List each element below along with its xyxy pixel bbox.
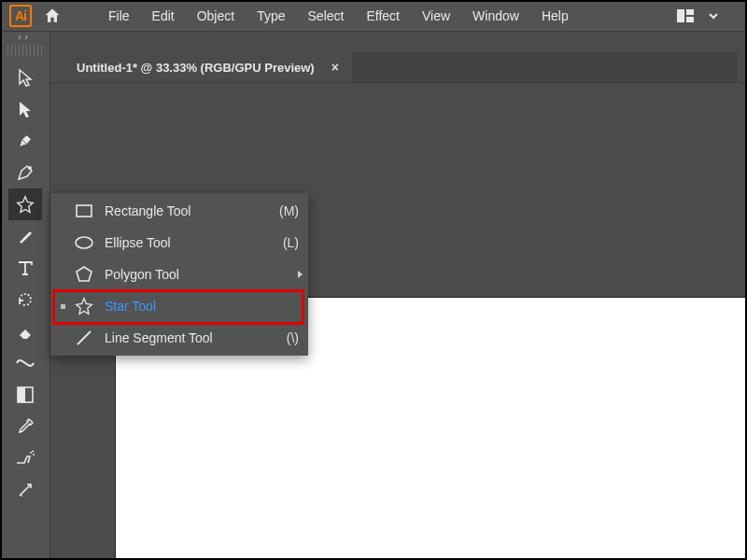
- svg-rect-9: [77, 205, 92, 217]
- flyout-item-line[interactable]: Line Segment Tool (\): [50, 322, 308, 354]
- workspace-icon: [677, 9, 694, 22]
- tools-expand[interactable]: ››: [0, 32, 49, 45]
- ellipse-icon: [74, 235, 94, 250]
- svg-marker-11: [77, 267, 92, 281]
- eraser-tool[interactable]: [8, 315, 42, 347]
- home-icon: [43, 7, 62, 25]
- menu-select[interactable]: Select: [297, 1, 356, 31]
- svg-rect-5: [18, 387, 25, 402]
- chevron-down-icon: [708, 10, 719, 21]
- curvature-tool[interactable]: [8, 157, 42, 189]
- svg-line-12: [78, 331, 91, 344]
- star-icon: [75, 297, 93, 315]
- polygon-icon: [75, 265, 93, 284]
- active-indicator: [61, 304, 65, 309]
- svg-point-6: [30, 452, 32, 454]
- menu-items: File Edit Object Type Select Effect View…: [97, 1, 580, 31]
- shape-tool[interactable]: [8, 189, 42, 220]
- menu-type[interactable]: Type: [246, 1, 296, 31]
- tools-grip[interactable]: [7, 45, 42, 56]
- symbol-sprayer-icon: [15, 450, 35, 467]
- workspace-switcher[interactable]: [674, 5, 697, 27]
- paintbrush-icon: [16, 227, 35, 245]
- svg-point-10: [76, 237, 92, 248]
- rotate-tool[interactable]: [8, 284, 42, 315]
- menubar: Ai File Edit Object Type Select Effect V…: [0, 0, 747, 32]
- width-icon: [15, 355, 35, 371]
- document-tab[interactable]: Untitled-1* @ 33.33% (RGB/GPU Preview) ×: [62, 52, 352, 82]
- svg-point-3: [28, 166, 32, 170]
- flyout-item-polygon[interactable]: Polygon Tool: [50, 259, 308, 290]
- star-icon: [16, 195, 35, 214]
- direct-selection-tool[interactable]: [8, 93, 42, 125]
- flyout-shortcut: (\): [267, 330, 299, 345]
- gradient-icon: [17, 386, 34, 403]
- eraser-icon: [16, 322, 35, 341]
- selection-icon: [17, 68, 34, 87]
- curvature-icon: [16, 163, 35, 182]
- tools-panel: ››: [0, 32, 50, 560]
- svg-rect-1: [686, 9, 694, 15]
- flyout-label: Line Segment Tool: [99, 330, 267, 345]
- type-tool[interactable]: [8, 252, 42, 284]
- width-tool[interactable]: [8, 347, 42, 379]
- svg-point-8: [32, 451, 34, 453]
- selection-tool[interactable]: [8, 62, 42, 93]
- flyout-label: Polygon Tool: [99, 267, 267, 282]
- flyout-item-star[interactable]: Star Tool: [50, 290, 308, 322]
- flyout-item-rectangle[interactable]: Rectangle Tool (M): [50, 195, 308, 227]
- document-tab-title: Untitled-1* @ 33.33% (RGB/GPU Preview): [77, 61, 315, 75]
- menu-edit[interactable]: Edit: [141, 1, 186, 31]
- shape-tool-flyout: Rectangle Tool (M) Ellipse Tool (L) Poly…: [50, 193, 308, 356]
- flyout-item-ellipse[interactable]: Ellipse Tool (L): [50, 227, 308, 259]
- menu-window[interactable]: Window: [461, 1, 530, 31]
- slice-tool[interactable]: [8, 474, 42, 506]
- flyout-shortcut: (M): [267, 203, 299, 218]
- type-icon: [17, 259, 34, 276]
- eyedropper-tool[interactable]: [8, 411, 42, 442]
- slice-icon: [16, 481, 35, 499]
- flyout-label: Star Tool: [99, 299, 267, 314]
- svg-point-7: [33, 454, 35, 455]
- flyout-shortcut: (L): [267, 235, 299, 250]
- menu-help[interactable]: Help: [530, 1, 580, 31]
- paintbrush-tool[interactable]: [8, 220, 42, 252]
- pen-tool[interactable]: [8, 125, 42, 157]
- menu-file[interactable]: File: [97, 1, 141, 31]
- menu-effect[interactable]: Effect: [355, 1, 411, 31]
- flyout-label: Ellipse Tool: [99, 235, 267, 250]
- svg-rect-2: [686, 17, 694, 22]
- home-button[interactable]: [39, 3, 65, 29]
- svg-rect-0: [677, 9, 684, 22]
- workspace-dropdown[interactable]: [702, 5, 725, 27]
- direct-selection-icon: [17, 100, 34, 119]
- document-tab-close[interactable]: ×: [331, 60, 339, 75]
- submenu-caret-icon: [298, 271, 303, 278]
- flyout-label: Rectangle Tool: [99, 203, 267, 218]
- tab-strip: Untitled-1* @ 33.33% (RGB/GPU Preview) ×: [62, 52, 738, 82]
- rotate-icon: [16, 290, 35, 309]
- eyedropper-icon: [16, 417, 35, 436]
- gradient-tool[interactable]: [8, 379, 42, 411]
- app-logo: Ai: [9, 5, 32, 27]
- line-icon: [75, 329, 93, 347]
- symbol-sprayer-tool[interactable]: [8, 442, 42, 474]
- pen-icon: [17, 132, 34, 150]
- menu-view[interactable]: View: [411, 1, 461, 31]
- rectangle-icon: [75, 203, 93, 219]
- menu-object[interactable]: Object: [186, 1, 246, 31]
